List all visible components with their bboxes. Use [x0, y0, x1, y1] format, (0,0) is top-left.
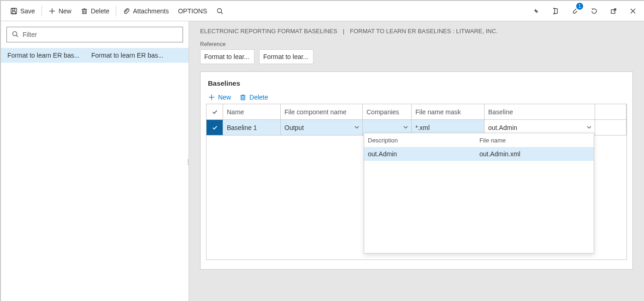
- close-icon[interactable]: [626, 5, 639, 18]
- new-label: New: [59, 7, 71, 15]
- row-rest: [595, 120, 626, 136]
- chevron-down-icon: [354, 124, 360, 131]
- reference-field-2[interactable]: Format to lear...: [259, 49, 313, 64]
- svg-rect-1: [12, 8, 15, 10]
- svg-rect-2: [12, 12, 16, 14]
- dropdown-row[interactable]: out.Admin out.Admin.xml: [364, 147, 594, 161]
- baselines-card: Baselines New Delete: [200, 71, 633, 270]
- separator: [116, 6, 116, 17]
- breadcrumb: ELECTRONIC REPORTING FORMAT BASELINES | …: [189, 21, 644, 36]
- list-item-col1: Format to learn ER bas...: [7, 52, 86, 59]
- refresh-icon[interactable]: [588, 5, 601, 18]
- row-file[interactable]: Output: [281, 120, 363, 136]
- reference-label: Reference: [189, 36, 644, 47]
- dropdown-col-filename: File name: [476, 137, 594, 144]
- options-label: OPTIONS: [178, 7, 207, 15]
- header-name[interactable]: Name: [223, 104, 281, 120]
- header-baseline[interactable]: Baseline: [484, 104, 595, 120]
- trash-icon: [239, 94, 247, 101]
- search-button[interactable]: [212, 5, 228, 18]
- row-file-value: Output: [284, 124, 304, 131]
- top-right: 1: [530, 5, 639, 18]
- filter-placeholder: Filter: [23, 31, 37, 38]
- attach-notify-icon[interactable]: 1: [568, 5, 581, 18]
- header-companies[interactable]: Companies: [363, 104, 412, 120]
- card-delete-label: Delete: [249, 94, 268, 101]
- dropdown-filename: out.Admin.xml: [476, 150, 594, 158]
- card-new-label: New: [218, 94, 231, 101]
- header-check[interactable]: [207, 104, 223, 120]
- badge: 1: [576, 3, 583, 10]
- row-name[interactable]: Baseline 1: [223, 120, 281, 136]
- chevron-down-icon: [403, 124, 408, 131]
- delete-button[interactable]: Delete: [76, 5, 114, 18]
- search-icon: [216, 7, 224, 15]
- plus-icon: [208, 94, 215, 101]
- office-icon[interactable]: [549, 5, 562, 18]
- filter-input[interactable]: Filter: [6, 27, 183, 42]
- attachments-label: Attachments: [133, 7, 169, 15]
- card-title: Baselines: [206, 79, 627, 94]
- options-button[interactable]: OPTIONS: [173, 5, 212, 18]
- baselines-grid: Name File component name Companies File …: [206, 104, 627, 136]
- svg-point-16: [13, 31, 17, 35]
- row-baseline-value: out.Admin: [488, 124, 517, 131]
- trash-icon: [81, 7, 88, 15]
- card-delete-button[interactable]: Delete: [239, 94, 268, 101]
- baseline-dropdown[interactable]: Description File name out.Admin out.Admi…: [364, 133, 594, 254]
- main-pane: ELECTRONIC REPORTING FORMAT BASELINES | …: [189, 21, 644, 301]
- header-rest: [595, 104, 626, 120]
- crumb-leaf: FORMAT TO LEARN ER BASELINES : LITWARE, …: [350, 28, 498, 35]
- row-check[interactable]: [207, 120, 223, 136]
- svg-rect-20: [241, 96, 245, 100]
- new-button[interactable]: New: [44, 5, 76, 18]
- popout-icon[interactable]: [607, 5, 620, 18]
- delete-label: Delete: [91, 7, 109, 15]
- save-button[interactable]: Save: [6, 5, 40, 18]
- separator: [41, 6, 42, 17]
- dropdown-header: Description File name: [364, 133, 594, 147]
- attachments-button[interactable]: Attachments: [118, 5, 173, 18]
- filter-search-icon: [12, 30, 19, 39]
- svg-line-11: [221, 12, 223, 14]
- grid-header: Name File component name Companies File …: [207, 104, 626, 120]
- card-new-button[interactable]: New: [208, 94, 231, 101]
- list-item[interactable]: Format to learn ER bas... Format to lear…: [1, 48, 189, 63]
- save-icon: [10, 7, 18, 15]
- plus-icon: [48, 7, 56, 15]
- dropdown-empty: [364, 161, 594, 253]
- save-label: Save: [20, 7, 35, 15]
- svg-rect-0: [11, 8, 17, 14]
- chevron-down-icon: [586, 124, 592, 131]
- header-file[interactable]: File component name: [281, 104, 363, 120]
- top-toolbar: Save New Delete Attachments OPTIONS: [1, 1, 644, 21]
- svg-rect-5: [83, 9, 86, 13]
- left-pane: Filter Format to learn ER bas... Format …: [1, 21, 189, 301]
- crumb-sep: |: [343, 28, 344, 35]
- dropdown-description: out.Admin: [364, 150, 476, 158]
- crumb-root[interactable]: ELECTRONIC REPORTING FORMAT BASELINES: [200, 28, 337, 35]
- svg-line-17: [17, 35, 18, 37]
- link-icon[interactable]: [530, 5, 543, 18]
- reference-field-1[interactable]: Format to lear...: [200, 49, 254, 64]
- paperclip-icon: [123, 7, 130, 15]
- list-item-col2: Format to learn ER bas...: [91, 52, 186, 59]
- header-mask[interactable]: File name mask: [412, 104, 484, 120]
- svg-point-10: [218, 8, 222, 12]
- dropdown-col-description: Description: [364, 137, 476, 144]
